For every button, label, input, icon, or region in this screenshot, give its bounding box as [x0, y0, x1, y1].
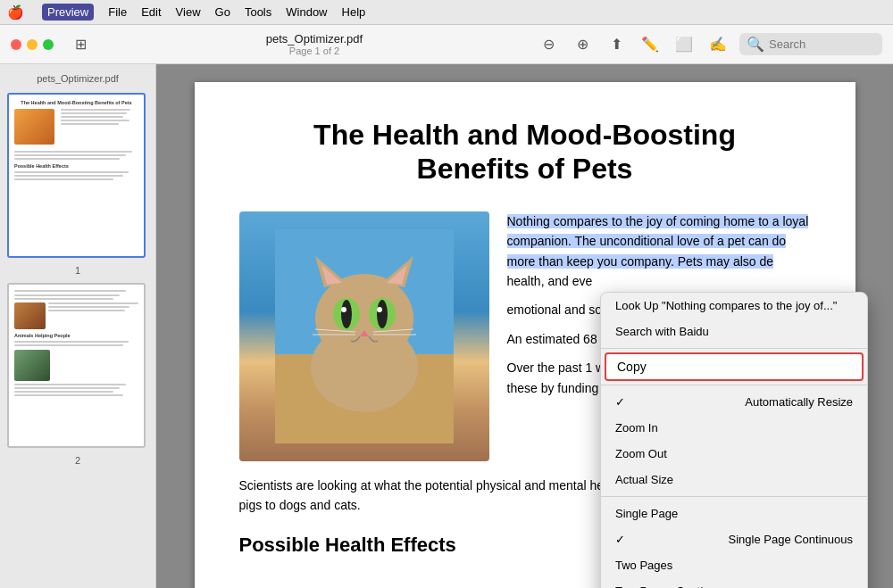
- svg-point-12: [341, 307, 346, 312]
- svg-point-13: [377, 307, 382, 312]
- menu-tools[interactable]: Tools: [245, 5, 271, 19]
- window-title-area: pets_Optimizer.pdf Page 1 of 2: [100, 32, 529, 56]
- page2-number: 2: [7, 455, 148, 466]
- window-filename: pets_Optimizer.pdf: [266, 32, 363, 46]
- annotate-button[interactable]: ✏️: [638, 32, 663, 57]
- menu-window[interactable]: Window: [286, 5, 327, 19]
- svg-point-10: [341, 300, 352, 328]
- ctx-divider-1: [601, 348, 867, 349]
- cat-image: [239, 211, 489, 461]
- ctx-two-pages[interactable]: Two Pages: [601, 552, 867, 578]
- window-subtitle: Page 1 of 2: [289, 46, 339, 56]
- ctx-single-page[interactable]: Single Page: [601, 501, 867, 526]
- svg-point-11: [377, 300, 388, 328]
- ctx-zoom-out[interactable]: Zoom Out: [601, 441, 867, 467]
- sidebar-page2-thumb[interactable]: Animals Helping People: [7, 283, 146, 448]
- ctx-divider-3: [601, 496, 867, 497]
- close-button[interactable]: [11, 39, 21, 50]
- search-input[interactable]: [769, 37, 876, 51]
- ctx-zoom-in[interactable]: Zoom In: [601, 415, 867, 441]
- ctx-auto-resize[interactable]: ✓ Automatically Resize: [601, 389, 867, 415]
- zoom-out-button[interactable]: ⊖: [536, 32, 561, 57]
- ctx-look-up[interactable]: Look Up "Nothing compares to the joy of.…: [601, 293, 867, 319]
- highlighted-text: Nothing compares to the joy of coming ho…: [507, 214, 809, 269]
- sidebar-filename: pets_Optimizer.pdf: [7, 73, 148, 84]
- menu-bar: 🍎 Preview File Edit View Go Tools Window…: [0, 0, 893, 25]
- minimize-button[interactable]: [27, 39, 38, 50]
- sidebar-toggle-button[interactable]: ⊞: [68, 32, 93, 57]
- body-continuation: health, and eve: [507, 274, 593, 288]
- traffic-lights: [11, 39, 54, 50]
- page1-number: 1: [7, 265, 148, 276]
- ctx-auto-resize-check: ✓: [615, 395, 625, 409]
- sidebar-page1-thumb[interactable]: The Health and Mood-Boosting Benefits of…: [7, 93, 146, 258]
- ctx-two-pages-continuous[interactable]: Two Pages Continuous: [601, 578, 867, 588]
- menu-go[interactable]: Go: [215, 5, 230, 19]
- svg-point-3: [315, 274, 413, 363]
- zoom-in-button[interactable]: ⊕: [570, 32, 595, 57]
- menu-file[interactable]: File: [108, 5, 127, 19]
- apple-logo-icon[interactable]: 🍎: [7, 4, 24, 21]
- ctx-single-page-continuous[interactable]: ✓ Single Page Continuous: [601, 526, 867, 552]
- share-button[interactable]: ⬆: [604, 32, 629, 57]
- crop-button[interactable]: ⬜: [672, 32, 697, 57]
- sidebar: pets_Optimizer.pdf The Health and Mood-B…: [0, 64, 156, 588]
- main-area: pets_Optimizer.pdf The Health and Mood-B…: [0, 64, 893, 588]
- pdf-area: The Health and Mood-Boosting Benefits of…: [156, 64, 893, 588]
- ctx-copy[interactable]: Copy: [605, 352, 864, 381]
- ctx-divider-2: [601, 385, 867, 385]
- ctx-actual-size[interactable]: Actual Size: [601, 467, 867, 493]
- window-toolbar: ⊞ pets_Optimizer.pdf Page 1 of 2 ⊖ ⊕ ⬆ ✏…: [0, 25, 893, 64]
- search-icon: 🔍: [747, 36, 764, 53]
- pencil-button[interactable]: ✍: [705, 32, 730, 57]
- maximize-button[interactable]: [43, 39, 54, 50]
- context-menu: Look Up "Nothing compares to the joy of.…: [600, 292, 868, 588]
- menu-view[interactable]: View: [176, 5, 201, 19]
- menu-preview[interactable]: Preview: [42, 4, 94, 21]
- ctx-spc-check: ✓: [615, 533, 625, 546]
- toolbar-icons: ⊖ ⊕ ⬆ ✏️ ⬜ ✍ 🔍: [536, 32, 882, 57]
- ctx-search-baidu[interactable]: Search with Baidu: [601, 319, 867, 344]
- thumb1-content: The Health and Mood-Boosting Benefits of…: [14, 100, 138, 180]
- thumb2-content: Animals Helping People: [14, 290, 138, 396]
- pdf-title: The Health and Mood-Boosting Benefits of…: [239, 118, 811, 186]
- menu-edit[interactable]: Edit: [141, 5, 161, 19]
- menu-help[interactable]: Help: [342, 5, 366, 19]
- search-box[interactable]: 🔍: [739, 33, 882, 55]
